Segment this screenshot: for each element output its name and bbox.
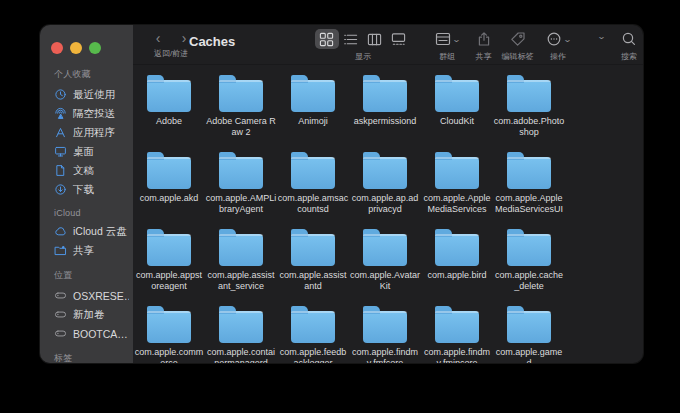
sidebar-section-title: iCloud [51,208,129,218]
finder-window: 个人收藏 最近使用 隔空投送 应用程序 桌面 文稿 下载 iCloud iClo… [40,25,643,363]
toolbar: ‹ › 返回/前进 Caches 显示 ⌄ [133,25,643,65]
disk-icon [53,289,67,303]
folder-item[interactable]: com.adobe.Photoshop [493,73,565,150]
folder-item[interactable]: com.apple.gamed [493,304,565,363]
folder-icon [219,234,263,266]
sidebar: 个人收藏 最近使用 隔空投送 应用程序 桌面 文稿 下载 iCloud iClo… [40,25,133,363]
applications-icon [53,126,67,140]
folder-name: com.apple.bird [422,270,493,281]
share-button[interactable]: 共享 [476,29,492,62]
folder-icon [291,80,335,112]
sidebar-item-label: 文稿 [73,164,94,178]
sidebar-section-title: 个人收藏 [51,68,129,81]
sidebar-item-icloud-云盘[interactable]: iCloud 云盘 [51,222,129,241]
folder-item[interactable]: askpermissiond [349,73,421,150]
folder-item[interactable]: com.apple.AMPLibraryAgent [205,150,277,227]
folder-icon [363,234,407,266]
folder-name: com.apple.appstoreagent [134,270,205,292]
folder-item[interactable]: com.apple.assistant_service [205,227,277,304]
sidebar-item-label: 桌面 [73,145,94,159]
search-label: 搜索 [621,51,637,62]
folder-item[interactable]: com.apple.appstoreagent [133,227,205,304]
folder-item[interactable]: com.apple.AppleMediaServicesUI [493,150,565,227]
toolbar-overflow-button[interactable]: ⌄ [596,32,605,41]
sidebar-item-label: 隔空投送 [73,107,115,121]
folder-icon [291,311,335,343]
desktop-background: 个人收藏 最近使用 隔空投送 应用程序 桌面 文稿 下载 iCloud iClo… [0,0,680,413]
chevron-down-icon: ⌄ [562,35,571,44]
folder-item[interactable]: com.apple.akd [133,150,205,227]
folder-item[interactable]: Animoji [277,73,349,150]
disk-icon [53,327,67,341]
edit-tags-button[interactable]: 编辑标签 [502,29,534,62]
minimize-button[interactable] [70,42,82,54]
folder-icon [507,157,551,189]
folder-item[interactable]: com.apple.commerce [133,304,205,363]
search-button[interactable]: 搜索 [621,29,637,62]
sidebar-item-label: iCloud 云盘 [73,225,127,239]
column-view-button[interactable] [363,29,387,49]
folder-name: com.apple.commerce [134,347,205,363]
folder-icon [363,311,407,343]
clock-icon [53,88,67,102]
folder-item[interactable]: com.apple.assistantd [277,227,349,304]
folder-name: com.apple.cache_delete [494,270,565,292]
folder-icon [291,234,335,266]
folder-item[interactable]: com.apple.ap.adprivacyd [349,150,421,227]
document-icon [53,164,67,178]
sidebar-item-隔空投送[interactable]: 隔空投送 [51,104,129,123]
toolbar-actions: 显示 ⌄ 群组 共享 [315,29,637,62]
folder-icon [291,157,335,189]
zoom-button[interactable] [89,42,101,54]
folder-item[interactable]: com.apple.findmy.fmipcore [421,304,493,363]
sidebar-item-最近使用[interactable]: 最近使用 [51,85,129,104]
close-button[interactable] [51,42,63,54]
sidebar-item-桌面[interactable]: 桌面 [51,142,129,161]
folder-item[interactable]: com.apple.AppleMediaServices [421,150,493,227]
list-view-button[interactable] [339,29,363,49]
sidebar-item-文稿[interactable]: 文稿 [51,161,129,180]
sidebar-item-label: 共享 [73,244,94,258]
folder-icon [219,157,263,189]
sidebar-item-共享[interactable]: 共享 [51,241,129,260]
folder-item[interactable]: Adobe Camera Raw 2 [205,73,277,150]
sidebar-item-bootca…[interactable]: BOOTCA… [51,324,129,343]
gallery-view-button[interactable] [387,29,411,49]
folder-name: askpermissiond [350,116,421,127]
folder-name: com.apple.AvatarKit [350,270,421,292]
folder-item[interactable]: com.apple.amsaccountsd [277,150,349,227]
folder-item[interactable]: com.apple.containermanagerd [205,304,277,363]
folder-item[interactable]: CloudKit [421,73,493,150]
sidebar-item-label: 应用程序 [73,126,115,140]
window-controls [51,37,129,54]
icon-view-button[interactable] [315,29,339,49]
folder-name: com.apple.amsaccountsd [278,193,349,215]
action-label: 操作 [550,51,566,62]
group-button[interactable]: ⌄ 群组 [435,29,460,62]
folder-icon [435,234,479,266]
folder-item[interactable]: com.apple.bird [421,227,493,304]
folder-grid: Adobe Adobe Camera Raw 2 Animoji askperm… [133,65,643,363]
action-menu-button[interactable]: ⌄ 操作 [546,29,571,62]
group-label: 群组 [439,51,455,62]
main-area: ‹ › 返回/前进 Caches 显示 ⌄ [133,25,643,363]
sidebar-item-label: 最近使用 [73,88,115,102]
download-icon [53,183,67,197]
sidebar-item-下载[interactable]: 下载 [51,180,129,199]
folder-icon [147,234,191,266]
sidebar-section-title: 标签 [51,352,129,363]
folder-item[interactable]: com.apple.AvatarKit [349,227,421,304]
sidebar-item-新加卷[interactable]: 新加卷 [51,305,129,324]
folder-item[interactable]: Adobe [133,73,205,150]
sidebar-item-应用程序[interactable]: 应用程序 [51,123,129,142]
folder-name: Animoji [278,116,349,127]
folder-item[interactable]: com.apple.cache_delete [493,227,565,304]
folder-item[interactable]: com.apple.feedbacklogger [277,304,349,363]
sidebar-item-osxrese…[interactable]: OSXRESE… [51,286,129,305]
sidebar-item-label: 新加卷 [73,308,105,322]
folder-name: Adobe [134,116,205,127]
back-button[interactable]: ‹ [151,30,165,46]
folder-name: com.apple.AppleMediaServices [422,193,493,215]
folder-icon [219,311,263,343]
folder-item[interactable]: com.apple.findmy.fmfcore [349,304,421,363]
